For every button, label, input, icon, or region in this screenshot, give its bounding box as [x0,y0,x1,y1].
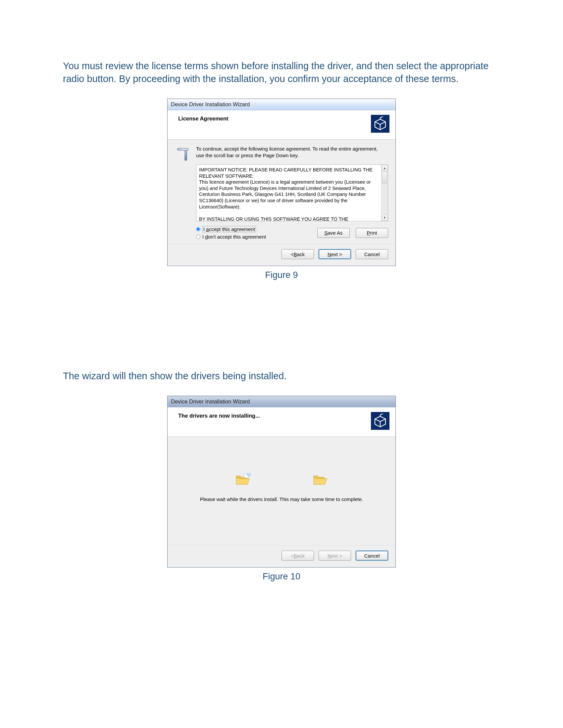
print-button[interactable]: Print [356,228,388,238]
dialog-button-bar-2: < Back Next > Cancel [167,545,396,567]
accept-agreement-radio[interactable]: I accept this agreement [196,226,266,232]
dialog-titlebar-2: Device Driver Installation Wizard [167,396,396,407]
figure-10-caption: Figure 10 [63,571,500,582]
next-button-2: Next > [319,551,351,561]
svg-point-4 [247,473,250,476]
folder-icon [312,473,328,486]
please-wait-text: Please wait while the drivers install. T… [177,496,386,502]
dont-underline: d [205,234,208,240]
svg-rect-0 [180,152,185,153]
instruction-text: To continue, accept the following licens… [196,146,388,159]
dialog-titlebar: Device Driver Installation Wizard [167,99,396,110]
accept-radio-input[interactable] [196,227,200,231]
folder-open-icon [235,473,251,486]
dialog-header-band: License Agreement [167,110,396,140]
scroll-thumb[interactable] [382,172,387,184]
accept-underline: a [206,226,209,232]
dont-rest: on't accept this agreement [208,234,266,240]
drivers-installing-dialog: Device Driver Installation Wizard The dr… [167,396,396,568]
dialog-title-text-2: Device Driver Installation Wizard [171,398,250,405]
save-as-button[interactable]: Save As [317,228,350,238]
folder-animation [177,473,386,493]
svg-rect-2 [180,156,184,157]
scroll-page-icon [175,146,191,240]
dialog-button-bar: < Back Next > Cancel [167,244,396,266]
dialog-header-title-2: The drivers are now installing... [178,412,260,419]
dont-accept-radio-input[interactable] [196,235,200,239]
dont-accept-agreement-radio[interactable]: I don't accept this agreement [196,234,266,240]
dialog-header-band-2: The drivers are now installing... [167,407,396,437]
dialog-content: To continue, accept the following licens… [167,140,396,244]
license-agreement-dialog: Device Driver Installation Wizard Licens… [167,99,396,266]
accept-rest: ccept this agreement [209,226,255,232]
dialog-content-2: Please wait while the drivers install. T… [167,437,396,545]
license-scrollbar[interactable]: ▲ ▼ [381,165,388,221]
svg-rect-1 [180,154,185,155]
scroll-up-button[interactable]: ▲ [382,165,388,171]
intro-paragraph-2: The wizard will then show the drivers be… [63,370,500,383]
cancel-button[interactable]: Cancel [356,249,388,259]
package-box-icon [371,412,390,430]
dialog-title-text: Device Driver Installation Wizard [171,101,250,108]
back-button-2: < Back [282,551,314,561]
dialog-header-title: License Agreement [178,115,228,122]
next-button[interactable]: Next > [319,249,351,259]
scroll-down-button[interactable]: ▼ [382,215,388,221]
license-text-content: IMPORTANT NOTICE: PLEASE READ CAREFULLY … [199,167,380,221]
cancel-button-2[interactable]: Cancel [356,551,388,561]
license-text-box[interactable]: IMPORTANT NOTICE: PLEASE READ CAREFULLY … [196,164,388,221]
package-box-icon [371,115,390,133]
figure-9-caption: Figure 9 [63,270,500,280]
intro-paragraph-1: You must review the license terms shown … [63,60,500,85]
back-button[interactable]: < Back [282,249,314,259]
